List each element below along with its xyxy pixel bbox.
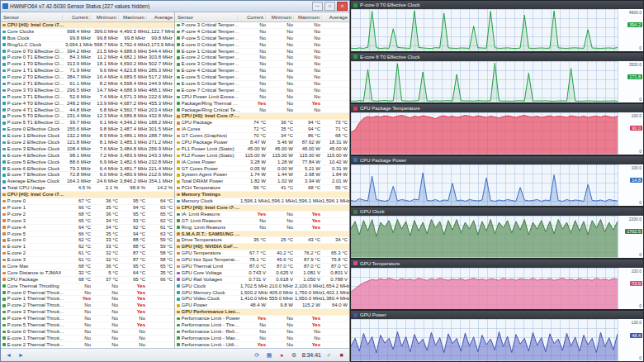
sensor-row[interactable]: GT Cores Power0.05 W0.00 W5.21 W0.31 W bbox=[175, 166, 349, 173]
sensor-row[interactable]: P-core 5 T1 Effective Clock39.7 MHz6.1 M… bbox=[1, 120, 174, 126]
sensor-row[interactable]: E-core 062 °C33 °C88 °C59 °C bbox=[1, 237, 174, 244]
minimize-button[interactable]: — bbox=[312, 2, 323, 11]
sensor-row[interactable]: Package/Ring Critical TemperatureNoNoNo bbox=[175, 107, 349, 114]
sensor-row[interactable]: E-core 162 °C33 °C88 °C59 °C bbox=[1, 244, 174, 250]
sensor-row[interactable]: E-core 0 Critical TemperatureNoNoNo bbox=[175, 42, 349, 49]
header-current[interactable]: Current bbox=[237, 15, 265, 20]
sensor-group-header[interactable]: S.M.A.R.T.: SAMSUNG MZVL2512HCJQ-00B00 bbox=[175, 231, 349, 238]
graph-titlebar[interactable]: CPU Package Power bbox=[351, 156, 643, 164]
ok-icon[interactable]: ✓ bbox=[324, 350, 334, 360]
sensor-row[interactable]: Memory Clock1,596.1 MHz1,596.1 MHz1,596.… bbox=[175, 198, 349, 205]
sensor-row[interactable]: CPU Package74 °C36 °C94 °C73 °C bbox=[175, 120, 349, 126]
graph-icon[interactable]: ▦ bbox=[265, 350, 274, 360]
sensor-row[interactable]: GPU Thermal Limit87.0 °C87.0 °C87.0 °C87… bbox=[175, 264, 349, 270]
sensor-group-header[interactable]: GPU [#0]: NVIDIA GeForce RTX 3060 Laptop… bbox=[175, 244, 349, 250]
sensor-row[interactable]: E-core 4 Critical TemperatureNoNoNo bbox=[175, 68, 349, 74]
sensor-row[interactable]: P-core 566 °C35 °C94 °C63 °C bbox=[1, 231, 174, 238]
sensor-row[interactable]: E-core 3 Effective Clock108.4 MHz7.6 MHz… bbox=[1, 146, 174, 153]
sensor-row[interactable]: E-core 261 °C32 °C87 °C58 °C bbox=[1, 250, 174, 257]
sensor-row[interactable]: P-core 4 Critical TemperatureNoNoNo bbox=[175, 29, 349, 36]
layout-icon[interactable]: ■ bbox=[337, 350, 346, 360]
sensor-row[interactable]: E-core 1 Effective Clock132.2 MHz8.9 MHz… bbox=[1, 133, 174, 140]
sensor-row[interactable]: PCH Temperature56 °C41 °C68 °C55 °C bbox=[175, 185, 349, 192]
sensor-row[interactable]: IA Cores Power3.28 W1.28 W77.84 W10.42 W bbox=[175, 160, 349, 166]
sensor-row[interactable]: Total CPU Usage4.5 %2.1 %98.6 %14.2 % bbox=[1, 185, 174, 192]
sensor-row[interactable]: P-core 2 T0 Effective Clock384.7 MHz16.4… bbox=[1, 74, 174, 81]
sensor-row[interactable]: IA Cores72 °C35 °C94 °C71 °C bbox=[175, 126, 349, 133]
sensor-row[interactable]: Average Effective Clock164.3 MHz24.6 MHz… bbox=[1, 179, 174, 185]
graph-panel[interactable]: P-core 0 T0 Effective Clock4900.00394.2 bbox=[350, 0, 644, 52]
sensor-row[interactable]: Core Distance to TJMAX32 °C5 °C64 °C35 °… bbox=[1, 270, 174, 277]
sensor-row[interactable]: P-core 464 °C34 °C92 °C61 °C bbox=[1, 225, 174, 231]
graph-titlebar[interactable]: GPU Temperature bbox=[351, 260, 643, 268]
sensor-row[interactable]: E-core 6 Effective Clock79.3 MHz6.4 MHz3… bbox=[1, 166, 174, 173]
sensor-row[interactable]: PL2 Power Limit (Static)115.00 W115.00 W… bbox=[175, 153, 349, 160]
close-button[interactable]: ✕ bbox=[337, 2, 348, 11]
sensor-row[interactable]: IA: Limit ReasonsYesNoYes bbox=[175, 212, 349, 218]
reset-values-icon[interactable]: ⟳ bbox=[253, 350, 262, 360]
sensor-row[interactable]: Total DRAM Power1.82 W1.02 W3.94 W2.01 W bbox=[175, 179, 349, 185]
sensor-group-header[interactable]: Memory Timings bbox=[175, 192, 349, 198]
sensor-row[interactable]: P-core 3 Thermal ThrottlingNoNoYes bbox=[1, 309, 174, 316]
sensor-row[interactable]: Performance Limit - Reliability VoltageN… bbox=[175, 329, 349, 336]
graph-titlebar[interactable]: P-core 0 T0 Effective Clock bbox=[351, 1, 643, 9]
sensor-row[interactable]: P-core 4 Thermal ThrottlingNoNoNo bbox=[1, 316, 174, 322]
sensor-row[interactable]: GPU Power48.4 W9.8 W115.2 W64.0 W bbox=[175, 302, 349, 309]
sensor-row[interactable]: E-core 7 Effective Clock72.8 MHz6.0 MHz3… bbox=[1, 172, 174, 179]
graph-titlebar[interactable]: GPU Power bbox=[351, 311, 643, 319]
sensor-row[interactable]: E-core 1 Critical TemperatureNoNoNo bbox=[175, 49, 349, 55]
sensor-row[interactable]: E-core 361 °C32 °C87 °C58 °C bbox=[1, 257, 174, 264]
sensor-row[interactable]: E-core 5 Effective Clock88.6 MHz6.9 MHz3… bbox=[1, 160, 174, 166]
graph-panel[interactable]: GPU Temperature100.0072.0 bbox=[350, 259, 644, 311]
header-sensor[interactable]: Sensor bbox=[175, 15, 237, 20]
sensor-row[interactable]: P-core 0 T0 Effective Clock394.2 MHz21.5… bbox=[1, 49, 174, 55]
header-maximum[interactable]: Maximum bbox=[293, 15, 321, 20]
header-maximum[interactable]: Maximum bbox=[118, 15, 146, 20]
sensor-row[interactable]: E-core 4 Effective Clock98.1 MHz7.2 MHz3… bbox=[1, 153, 174, 160]
sensor-row[interactable]: E-core 2 Thermal ThrottlingNoNoNo bbox=[1, 342, 174, 348]
sensor-row[interactable]: P-core 268 °C36 °C95 °C65 °C bbox=[1, 212, 174, 218]
sensor-group-header[interactable]: CPU [#0]: Intel Core i7-12700H: DTS bbox=[1, 192, 174, 198]
header-minimum[interactable]: Minimum bbox=[90, 15, 118, 20]
sensor-row[interactable]: P-core 3 T1 Effective Clock52.6 MHz7.4 M… bbox=[1, 94, 174, 101]
sensor-row[interactable]: Core Max68 °C36 °C95 °C65 °C bbox=[1, 264, 174, 270]
sensor-row[interactable]: E-core 6 Critical TemperatureNoNoNo bbox=[175, 81, 349, 88]
graph-panel[interactable]: CPU Package Power100.0014.8 bbox=[350, 155, 644, 207]
sensor-row[interactable]: CPU Power Limit ExceededNoNoNo bbox=[175, 94, 349, 101]
sensor-row[interactable]: Performance Limit - Max Operating Voltag… bbox=[175, 336, 349, 342]
sensor-row[interactable]: Core Clocks998.4 MHz399.0 MHz4,490.5 MHz… bbox=[1, 29, 174, 36]
sensor-row[interactable]: GT Cores (Graphics)70 °C34 °C86 °C68 °C bbox=[175, 133, 349, 140]
sensor-row[interactable]: Performance Limit - UtilizationYesNoYes bbox=[175, 342, 349, 348]
sensor-row[interactable]: PL1 Power Limit (Static)45.00 W45.00 W45… bbox=[175, 146, 349, 153]
sensor-group-header[interactable]: CPU [#0]: Intel Core i7-12700H: Performa… bbox=[175, 205, 349, 212]
sensor-row[interactable]: E-core 2 Critical TemperatureNoNoNo bbox=[175, 55, 349, 61]
sensor-row[interactable]: P-core 3 T0 Effective Clock296.5 MHz14.7… bbox=[1, 88, 174, 94]
sensor-row[interactable]: Ring: Limit ReasonsNoNoYes bbox=[175, 225, 349, 231]
sensor-row[interactable]: P-core 2 Thermal ThrottlingNoNoYes bbox=[1, 302, 174, 309]
sensor-row[interactable]: P-core 1 Thermal ThrottlingYesNoYes bbox=[1, 296, 174, 302]
sensor-row[interactable]: CPU Package Power8.47 W5.46 W87.62 W18.3… bbox=[175, 140, 349, 146]
sensor-row[interactable]: Performance Limit - ThermalNoNoYes bbox=[175, 322, 349, 329]
sensor-row[interactable]: GPU Rail Voltages0.731 V0.618 V1.050 V0.… bbox=[175, 277, 349, 283]
sensor-row[interactable]: GPU Clock1,702.5 MHz210.0 MHz2,100.0 MHz… bbox=[175, 283, 349, 290]
sensor-row[interactable]: P-core 2 T1 Effective Clock61.1 MHz8.2 M… bbox=[1, 81, 174, 88]
sensor-row[interactable]: GPU Temperature67.7 °C40.2 °C76.2 °C65.3… bbox=[175, 250, 349, 257]
sensor-row[interactable]: Bus Clock99.8 MHz99.8 MHz99.8 MHz99.8 MH… bbox=[1, 36, 174, 42]
sensor-row[interactable]: E-core 2 Effective Clock121.8 MHz8.1 MHz… bbox=[1, 140, 174, 146]
graph-panel[interactable]: E-core 8 T0 Effective Clock3500.00171.8 bbox=[350, 52, 644, 104]
sensor-row[interactable]: P-core 1 T1 Effective Clock71.9 MHz9.6 M… bbox=[1, 68, 174, 74]
alert-icon[interactable]: ● bbox=[277, 350, 286, 360]
sensor-group-header[interactable]: CPU [#0]: Intel Core i7-12700H bbox=[1, 22, 174, 29]
header-minimum[interactable]: Minimum bbox=[265, 15, 293, 20]
sensor-row[interactable]: GPU Memory Clock1,500.2 MHz405.0 MHz1,75… bbox=[175, 290, 349, 297]
sensor-row[interactable]: P-core 067 °C36 °C95 °C64 °C bbox=[1, 198, 174, 205]
sensor-row[interactable]: Performance Limit - PowerYesNoYes bbox=[175, 316, 349, 322]
graph-panel[interactable]: CPU Package Temperature100.0090.0 bbox=[350, 103, 644, 155]
sensor-row[interactable]: P-core 5 Thermal ThrottlingNoNoYes bbox=[1, 322, 174, 329]
sensor-row[interactable]: P-core 0 Thermal ThrottlingNoNoYes bbox=[1, 290, 174, 297]
sensor-row[interactable]: E-core 7 Critical TemperatureNoNoNo bbox=[175, 88, 349, 94]
sensor-row[interactable]: Package/Ring Thermal ThrottlingYesNoYes bbox=[175, 101, 349, 107]
graph-panel[interactable]: GPU Clock2200.001702.5 bbox=[350, 207, 644, 259]
sensor-row[interactable]: GPU Video Clock1,410.0 MHz555.0 MHz1,950… bbox=[175, 296, 349, 302]
sensor-row[interactable]: CPU Package68 °C37 °C95 °C66 °C bbox=[1, 277, 174, 283]
